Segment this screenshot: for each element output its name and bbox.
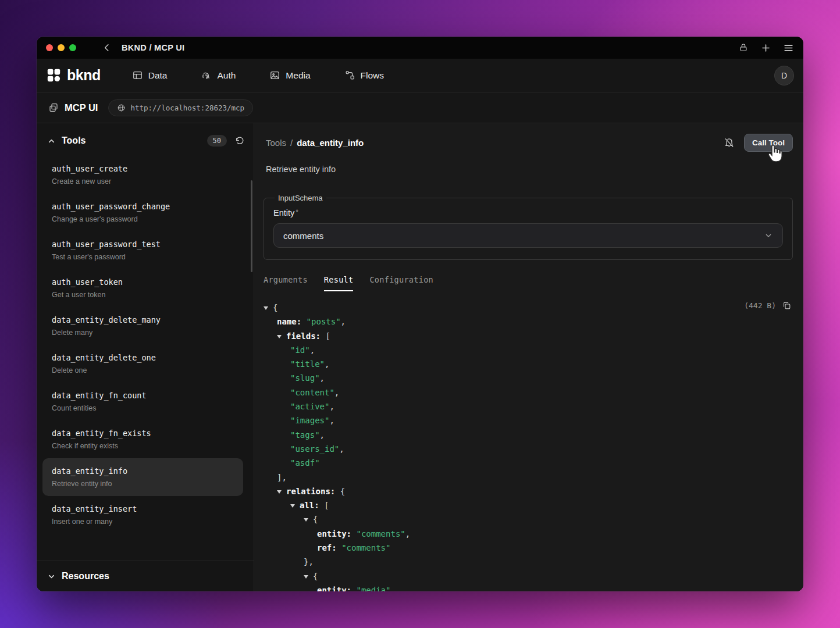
json-line: { — [264, 301, 793, 315]
json-result-viewer: {name: "posts",fields: ["id","title","sl… — [264, 298, 793, 591]
server-url-pill[interactable]: http://localhost:28623/mcp — [108, 99, 253, 116]
tool-name: data_entity_fn_count — [52, 391, 234, 400]
json-line: "images", — [264, 413, 793, 427]
titlebar-actions — [738, 42, 794, 53]
bknd-logo[interactable]: bknd — [46, 67, 101, 84]
nav-item-data[interactable]: Data — [132, 70, 168, 81]
breadcrumb-separator: / — [290, 138, 293, 148]
nav-label: Media — [286, 70, 310, 81]
nav-item-auth[interactable]: Auth — [201, 70, 236, 81]
tab-configuration[interactable]: Configuration — [369, 275, 433, 291]
chevron-up-icon — [47, 137, 56, 145]
notifications-off-button[interactable] — [724, 137, 735, 148]
sidebar-scrollbar[interactable] — [251, 180, 252, 272]
tool-list-item[interactable]: data_entity_delete_oneDelete one — [42, 345, 243, 383]
tool-list-item[interactable]: auth_user_password_changeChange a user's… — [42, 194, 243, 231]
tools-count-badge: 50 — [207, 135, 227, 147]
mcp-title-text: MCP UI — [65, 102, 98, 113]
window-title: BKND / MCP UI — [122, 43, 184, 52]
tool-list-item[interactable]: auth_user_tokenGet a user token — [42, 269, 243, 307]
tool-list-item[interactable]: auth_user_password_testTest a user's pas… — [42, 231, 243, 269]
tool-name: data_entity_fn_exists — [52, 429, 234, 438]
fingerprint-icon — [201, 70, 212, 81]
zoom-button[interactable] — [69, 44, 76, 51]
entity-select[interactable]: comments — [273, 223, 783, 248]
mcp-subheader: MCP UI http://localhost:28623/mcp — [37, 92, 803, 123]
tool-actions: Call Tool — [724, 134, 793, 152]
back-button[interactable] — [102, 42, 112, 53]
required-mark: * — [296, 208, 298, 216]
close-button[interactable] — [46, 44, 53, 51]
image-icon — [269, 70, 280, 81]
logo-text: bknd — [67, 67, 101, 84]
collapse-toggle-icon[interactable] — [277, 490, 282, 494]
tool-description: Test a user's password — [52, 253, 234, 261]
result-tabs: Arguments Result Configuration — [264, 275, 793, 291]
menu-icon[interactable] — [783, 42, 794, 53]
json-line: "asdf" — [264, 456, 793, 470]
tool-list-item[interactable]: data_entity_delete_manyDelete many — [42, 307, 243, 345]
collapse-toggle-icon[interactable] — [304, 518, 308, 522]
copy-button[interactable] — [782, 301, 792, 311]
result-size: (442 B) — [744, 301, 776, 310]
tool-name: auth_user_token — [52, 277, 234, 287]
tool-list-item[interactable]: data_entity_fn_existsCheck if entity exi… — [42, 420, 243, 458]
nav-label: Flows — [361, 70, 384, 81]
json-line: name: "posts", — [264, 315, 793, 329]
tool-list-item[interactable]: data_entity_infoRetrieve entity info — [42, 458, 243, 496]
nav-item-flows[interactable]: Flows — [344, 70, 384, 81]
tab-arguments[interactable]: Arguments — [264, 275, 308, 291]
tool-name: data_entity_delete_many — [52, 315, 234, 324]
globe-icon — [117, 104, 126, 112]
chevron-left-icon — [102, 42, 112, 53]
json-line: entity: "media", — [264, 583, 793, 591]
breadcrumb-row: Tools / data_entity_info Call Tool — [254, 123, 803, 156]
input-schema-legend: InputSchema — [275, 194, 326, 202]
resources-section-label: Resources — [62, 571, 109, 581]
tool-description: Check if entity exists — [52, 442, 234, 450]
chevron-down-icon — [764, 231, 773, 240]
tool-description: Count entities — [52, 404, 234, 412]
tool-name: data_entity_delete_one — [52, 353, 234, 362]
nav-label: Data — [148, 70, 168, 81]
result-panel: (442 B) {name: "posts",fields: ["id","ti… — [264, 298, 793, 591]
content-area: Tools 50 auth_user_createCreate a new us… — [37, 123, 803, 591]
app-header: bknd Data Auth Media Flows — [37, 59, 803, 92]
tools-section-header[interactable]: Tools 50 — [37, 123, 254, 151]
json-line: ], — [264, 470, 793, 484]
json-line: all: [ — [264, 498, 793, 512]
json-line: "content", — [264, 386, 793, 399]
tool-list-item[interactable]: auth_user_createCreate a new user — [42, 156, 243, 194]
collapse-toggle-icon[interactable] — [290, 504, 295, 508]
breadcrumb-current: data_entity_info — [297, 138, 364, 148]
tool-list-item[interactable]: data_entity_insertInsert one or many — [42, 496, 243, 534]
app-window: BKND / MCP UI bknd Dat — [37, 37, 803, 591]
chevron-down-icon — [47, 572, 56, 581]
resources-section-header[interactable]: Resources — [37, 561, 254, 591]
user-avatar[interactable]: D — [774, 66, 794, 85]
json-line: "tags", — [264, 428, 793, 442]
tools-sidebar: Tools 50 auth_user_createCreate a new us… — [37, 123, 254, 591]
collapse-toggle-icon[interactable] — [264, 306, 268, 310]
json-line: }, — [264, 555, 793, 569]
tab-result[interactable]: Result — [324, 275, 354, 291]
json-line: relations: { — [264, 484, 793, 498]
mcp-icon — [48, 102, 59, 113]
lock-icon[interactable] — [738, 42, 749, 53]
main-nav: Data Auth Media Flows — [132, 70, 384, 81]
call-tool-button[interactable]: Call Tool — [744, 134, 793, 152]
new-tab-plus-icon[interactable] — [760, 42, 771, 53]
entity-select-value: comments — [283, 231, 323, 241]
entity-label-text: Entity — [273, 208, 294, 217]
tool-list-item[interactable]: data_entity_fn_countCount entities — [42, 383, 243, 420]
nav-item-media[interactable]: Media — [269, 70, 310, 81]
collapse-toggle-icon[interactable] — [277, 335, 282, 338]
collapse-toggle-icon[interactable] — [304, 575, 308, 579]
minimize-button[interactable] — [58, 44, 65, 51]
tool-name: data_entity_info — [52, 466, 234, 476]
tool-description: Delete many — [52, 329, 234, 337]
tool-description: Create a new user — [52, 177, 234, 185]
breadcrumb-tools-link[interactable]: Tools — [266, 138, 286, 148]
refresh-button[interactable] — [235, 136, 244, 145]
tools-section-label: Tools — [62, 135, 86, 146]
